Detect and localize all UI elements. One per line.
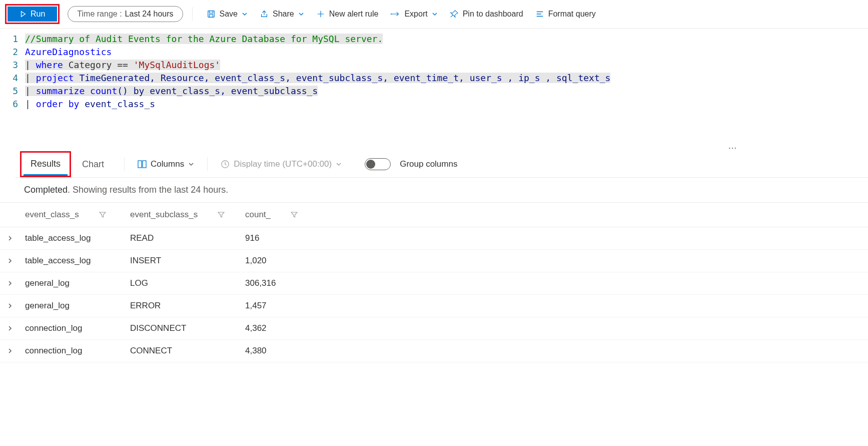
pin-label: Pin to dashboard [463,10,523,19]
tab-chart[interactable]: Chart [75,154,111,175]
play-icon [20,11,27,18]
status-line: Completed. Showing results from the last… [0,178,868,202]
code-line: | order by event_class_s [25,98,610,111]
svg-rect-5 [143,161,146,168]
code-line: | project TimeGenerated, Resource, event… [25,72,610,85]
chevron-right-icon [8,281,13,286]
separator [207,157,208,171]
table-row[interactable]: connection_logDISCONNECT4,362 [0,317,868,340]
tab-results[interactable]: Results [24,154,68,176]
cell-count: 916 [240,227,868,250]
run-highlight-box: Run [5,4,60,24]
export-button[interactable]: Export [385,7,442,22]
new-alert-label: New alert rule [329,10,379,19]
toolbar: Run Time range : Last 24 hours Save Shar… [0,0,868,29]
time-range-selector[interactable]: Time range : Last 24 hours [68,6,183,22]
cell-event-class: general_log [20,272,125,295]
query-editor[interactable]: 1 2 3 4 5 6 //Summary of Audit Events fo… [0,29,868,141]
cell-event-class: general_log [20,295,125,317]
chevron-right-icon [8,348,13,353]
columns-button[interactable]: Columns [138,159,194,169]
table-header-row: event_class_s event_subclass_s count_ [0,203,868,227]
chevron-down-icon [432,11,438,17]
separator [124,157,125,171]
share-label: Share [273,10,294,19]
cell-event-class: table_access_log [20,250,125,272]
chevron-down-icon [298,11,304,17]
table-row[interactable]: general_logERROR1,457 [0,295,868,317]
table-row[interactable]: table_access_logREAD916 [0,227,868,250]
share-icon [260,10,269,19]
clock-icon [221,160,230,169]
code-line: //Summary of Audit Events for the Azure … [25,33,610,46]
results-highlight-box: Results [20,151,71,177]
chevron-right-icon [8,236,13,241]
table-row[interactable]: general_logLOG306,316 [0,272,868,295]
plus-icon [316,10,325,19]
results-table: event_class_s event_subclass_s count_ [0,203,868,362]
save-label: Save [220,10,238,19]
column-header[interactable]: event_class_s [20,203,125,227]
save-button[interactable]: Save [202,7,253,22]
export-label: Export [404,10,427,19]
expand-header [0,203,20,227]
display-time-label: Display time (UTC+00:00) [234,159,332,169]
svg-rect-0 [208,11,214,18]
column-header[interactable]: event_subclass_s [125,203,240,227]
share-button[interactable]: Share [255,7,309,22]
format-button[interactable]: Format query [530,7,601,22]
overflow-menu[interactable]: … [0,141,868,151]
filter-icon[interactable] [291,211,298,218]
line-number: 6 [0,98,18,111]
run-button[interactable]: Run [8,7,57,22]
svg-rect-1 [209,11,213,14]
cell-count: 4,380 [240,340,868,362]
column-header[interactable]: count_ [240,203,868,227]
code-area[interactable]: //Summary of Audit Events for the Azure … [25,33,610,111]
format-label: Format query [548,10,596,19]
time-range-value: Last 24 hours [125,10,174,19]
expand-row-button[interactable] [0,272,20,295]
line-number: 5 [0,85,18,98]
table-row[interactable]: table_access_logINSERT1,020 [0,250,868,272]
results-tabs-row: Results Chart Columns Display time (UTC+… [15,151,868,178]
cell-event-subclass: INSERT [125,250,240,272]
results-table-wrap: event_class_s event_subclass_s count_ [0,202,868,362]
svg-point-3 [391,14,392,15]
code-line: | where Category == 'MySqlAuditLogs' [25,59,610,72]
cell-event-class: table_access_log [20,227,125,250]
display-time-button[interactable]: Display time (UTC+00:00) [221,159,342,169]
new-alert-button[interactable]: New alert rule [311,7,384,22]
filter-icon[interactable] [218,211,225,218]
cell-event-subclass: ERROR [125,295,240,317]
expand-row-button[interactable] [0,317,20,340]
status-suffix: . Showing results from the last 24 hours… [68,185,228,195]
filter-icon[interactable] [99,211,106,218]
expand-row-button[interactable] [0,227,20,250]
svg-rect-4 [138,161,142,168]
code-line: | summarize count() by event_class_s, ev… [25,85,610,98]
pin-button[interactable]: Pin to dashboard [445,7,528,22]
chevron-down-icon [188,161,194,167]
svg-rect-2 [209,15,213,17]
cell-event-class: connection_log [20,340,125,362]
format-icon [535,10,544,19]
expand-row-button[interactable] [0,340,20,362]
cell-event-subclass: READ [125,227,240,250]
time-range-label: Time range : [77,10,122,19]
table-row[interactable]: connection_logCONNECT4,380 [0,340,868,362]
chevron-right-icon [8,326,13,331]
line-number: 1 [0,33,18,46]
expand-row-button[interactable] [0,295,20,317]
line-number: 2 [0,46,18,59]
line-number: 4 [0,72,18,85]
chevron-down-icon [242,11,248,17]
cell-event-subclass: LOG [125,272,240,295]
cell-count: 306,316 [240,272,868,295]
group-columns-toggle[interactable] [365,158,391,170]
line-gutter: 1 2 3 4 5 6 [0,33,25,111]
status-completed: Completed [24,185,68,195]
expand-row-button[interactable] [0,250,20,272]
cell-count: 4,362 [240,317,868,340]
cell-count: 1,457 [240,295,868,317]
